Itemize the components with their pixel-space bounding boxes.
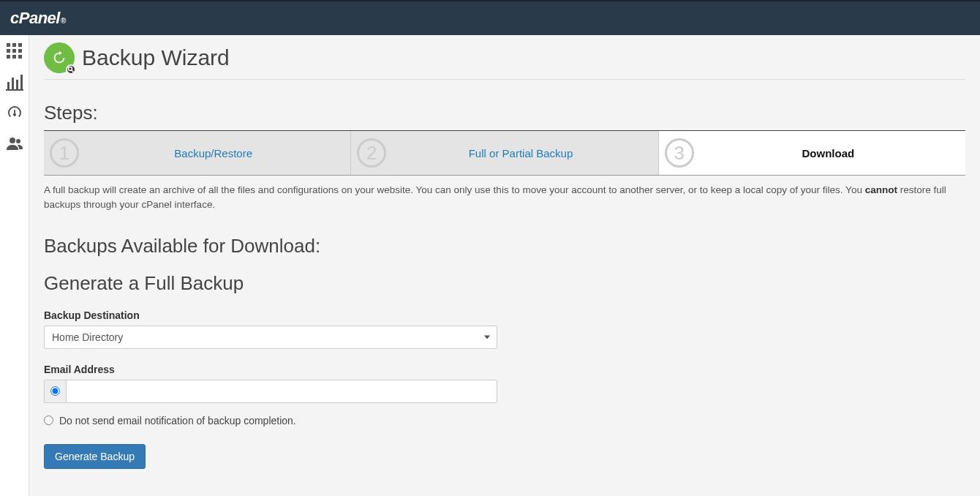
main-content: Backup Wizard Steps: 1 Backup/Restore 2 … bbox=[29, 35, 980, 496]
generate-full-backup-heading: Generate a Full Backup bbox=[44, 272, 965, 295]
svg-point-15 bbox=[16, 139, 20, 143]
svg-rect-1 bbox=[12, 43, 16, 47]
svg-rect-2 bbox=[18, 43, 22, 47]
svg-rect-10 bbox=[12, 78, 14, 89]
svg-rect-0 bbox=[7, 43, 10, 47]
step-number: 1 bbox=[50, 138, 79, 168]
gauge-icon[interactable] bbox=[6, 104, 23, 121]
backups-available-heading: Backups Available for Download: bbox=[44, 235, 965, 258]
no-email-radio[interactable] bbox=[44, 416, 53, 425]
svg-point-14 bbox=[10, 138, 15, 143]
desc-pre: A full backup will create an archive of … bbox=[44, 184, 865, 195]
magnifier-badge-icon bbox=[66, 64, 76, 75]
steps-row: 1 Backup/Restore 2 Full or Partial Backu… bbox=[44, 130, 965, 176]
svg-line-17 bbox=[72, 70, 74, 72]
step-label: Full or Partial Backup bbox=[389, 147, 652, 159]
step-number: 3 bbox=[665, 138, 694, 168]
generate-backup-button[interactable]: Generate Backup bbox=[44, 444, 146, 469]
page-title: Backup Wizard bbox=[82, 45, 230, 70]
backup-wizard-icon bbox=[44, 42, 75, 73]
svg-point-16 bbox=[69, 67, 72, 71]
step-label: Backup/Restore bbox=[82, 147, 344, 159]
svg-rect-13 bbox=[6, 89, 23, 91]
step-backup-restore[interactable]: 1 Backup/Restore bbox=[44, 131, 351, 175]
step-number: 2 bbox=[357, 138, 386, 168]
brand-logo[interactable]: cPanel® bbox=[10, 9, 66, 28]
email-address-label: Email Address bbox=[44, 364, 965, 375]
step-download: 3 Download bbox=[659, 131, 965, 175]
left-sidebar bbox=[0, 35, 29, 496]
svg-rect-12 bbox=[20, 75, 23, 89]
svg-rect-9 bbox=[7, 82, 10, 89]
description-text: A full backup will create an archive of … bbox=[44, 183, 965, 213]
svg-rect-5 bbox=[18, 49, 22, 53]
no-email-label: Do not send email notification of backup… bbox=[59, 415, 296, 427]
grid-icon[interactable] bbox=[6, 42, 23, 60]
svg-rect-11 bbox=[16, 80, 18, 89]
steps-heading: Steps: bbox=[44, 102, 965, 124]
send-email-radio[interactable] bbox=[50, 386, 60, 396]
step-label: Download bbox=[697, 147, 960, 159]
svg-rect-8 bbox=[18, 55, 22, 59]
backup-destination-label: Backup Destination bbox=[44, 309, 965, 321]
registered-mark: ® bbox=[61, 17, 66, 25]
page-title-row: Backup Wizard bbox=[44, 42, 965, 80]
users-icon[interactable] bbox=[6, 135, 23, 152]
svg-rect-7 bbox=[12, 55, 16, 59]
step-full-partial[interactable]: 2 Full or Partial Backup bbox=[351, 131, 658, 175]
email-input[interactable] bbox=[66, 380, 497, 403]
backup-destination-select[interactable]: Home Directory bbox=[44, 326, 497, 349]
brand-text: cPanel bbox=[10, 9, 60, 28]
backup-destination-select-wrap: Home Directory bbox=[44, 326, 497, 349]
email-radio-prefix[interactable] bbox=[44, 380, 66, 403]
svg-rect-6 bbox=[7, 55, 10, 59]
desc-bold: cannot bbox=[865, 184, 897, 195]
svg-rect-4 bbox=[12, 49, 16, 53]
top-navbar: cPanel® bbox=[0, 0, 980, 35]
svg-rect-3 bbox=[7, 49, 10, 53]
email-input-row bbox=[44, 380, 497, 403]
bar-chart-icon[interactable] bbox=[6, 73, 23, 91]
no-email-row: Do not send email notification of backup… bbox=[44, 415, 965, 427]
